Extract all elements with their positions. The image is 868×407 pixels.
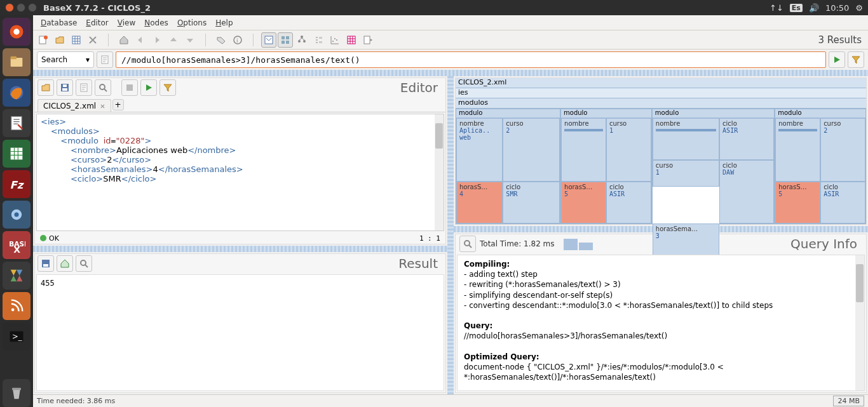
launcher-files[interactable] <box>3 48 31 76</box>
qinfo-scrollbar[interactable] <box>855 255 864 390</box>
down-icon[interactable] <box>182 32 198 48</box>
qinfo-line: - rewriting (*:horasSemanales/text() > 3… <box>464 280 621 289</box>
basex-app: Database Editor View Nodes Options Help … <box>33 15 868 407</box>
status-memory[interactable]: 24 MB <box>833 396 864 406</box>
launcher-app-mosaic[interactable] <box>3 262 31 290</box>
launcher-firefox[interactable] <box>3 79 31 107</box>
close-button[interactable] <box>5 3 14 12</box>
view-editor-icon[interactable] <box>261 32 276 48</box>
map-label: curso <box>506 120 557 127</box>
qinfo-search-icon[interactable] <box>459 236 476 252</box>
add-tab-button[interactable]: + <box>112 99 124 110</box>
maximize-button[interactable] <box>28 3 37 12</box>
result-save-icon[interactable] <box>37 255 54 272</box>
menu-help[interactable]: Help <box>212 17 236 29</box>
svg-rect-22 <box>281 36 285 39</box>
editor-open-icon[interactable] <box>37 79 54 96</box>
svg-point-1 <box>13 29 19 34</box>
map-modulo-3[interactable]: modulo nombre cicloASIR curso1 cicloDAW … <box>652 109 775 224</box>
launcher-text-editor[interactable] <box>3 109 31 137</box>
view-map-icon[interactable] <box>278 32 293 48</box>
launcher-filezilla[interactable]: Fz <box>3 170 31 198</box>
map-panel[interactable]: CICLOS_2.xml ies modulos modulo nombreAp… <box>455 77 867 225</box>
svg-rect-34 <box>348 36 355 44</box>
menu-options[interactable]: Options <box>173 17 210 29</box>
forward-icon[interactable] <box>149 32 165 48</box>
editor-lines-icon[interactable] <box>76 79 92 96</box>
run-query-button[interactable] <box>829 51 845 68</box>
minimize-button[interactable] <box>17 3 25 12</box>
open-db-icon[interactable] <box>52 32 67 48</box>
view-plot-icon[interactable] <box>327 32 342 48</box>
keyboard-indicator[interactable]: Es <box>790 4 803 12</box>
menu-view[interactable]: View <box>114 17 139 29</box>
map-label: curso <box>824 120 862 127</box>
map-value: ASIR <box>824 190 839 197</box>
editor-save-icon[interactable] <box>57 79 73 96</box>
view-explorer-icon[interactable] <box>360 32 376 48</box>
launcher-trash[interactable] <box>3 379 31 407</box>
menu-editor[interactable]: Editor <box>82 17 112 29</box>
editor-scrollbar[interactable] <box>435 114 444 230</box>
v-splitter[interactable] <box>447 76 454 394</box>
editor-tab[interactable]: CICLOS_2.xml ✕ <box>37 99 111 112</box>
map-modulo-2[interactable]: modulo nombre curso1 horasS…5 cicloASIR <box>560 109 652 224</box>
editor-title: Editor <box>400 80 443 95</box>
map-label: ciclo <box>722 162 771 169</box>
map-cell-header: modulo <box>653 109 774 118</box>
editor-search-icon[interactable] <box>95 79 111 96</box>
launcher-dash[interactable] <box>3 18 31 46</box>
editor-stop-icon[interactable] <box>121 79 138 96</box>
query-input[interactable] <box>116 51 826 68</box>
launcher-rss[interactable] <box>3 292 31 320</box>
svg-rect-25 <box>286 41 289 44</box>
network-icon[interactable]: ↑↓ <box>770 3 783 13</box>
qinfo-query-header: Query: <box>464 321 492 330</box>
view-table-icon[interactable] <box>344 32 359 48</box>
svg-point-41 <box>100 84 105 90</box>
menu-nodes[interactable]: Nodes <box>140 17 172 29</box>
map-modulo-1[interactable]: modulo nombreAplica.. web curso2 horasS…… <box>456 109 560 224</box>
editor-toolbar: Editor <box>35 78 445 97</box>
clock[interactable]: 10:50 <box>825 3 849 13</box>
svg-rect-15 <box>12 388 21 390</box>
volume-icon[interactable]: 🔊 <box>809 3 819 13</box>
up-icon[interactable] <box>166 32 181 48</box>
back-icon[interactable] <box>133 32 148 48</box>
qinfo-body[interactable]: Compiling: - adding text() step - rewrit… <box>457 255 865 391</box>
result-output[interactable]: 455 <box>36 274 444 391</box>
h-splitter-top[interactable] <box>33 70 868 76</box>
launcher-app-blue[interactable] <box>3 201 31 229</box>
result-home-icon[interactable] <box>57 255 73 272</box>
view-folder-icon[interactable] <box>311 32 326 48</box>
delete-icon[interactable] <box>85 32 100 48</box>
editor-textarea[interactable]: <ies> <modulos> <modulo id="0228"> <nomb… <box>36 114 444 231</box>
new-db-icon[interactable] <box>36 32 51 48</box>
menu-database[interactable]: Database <box>37 17 81 29</box>
editor-filter-icon[interactable] <box>159 79 176 96</box>
map-label: ciclo <box>722 120 771 127</box>
svg-rect-42 <box>126 84 133 91</box>
qinfo-line: - simplifying descendant-or-self step(s) <box>464 291 613 300</box>
map-modulo-4[interactable]: modulo nombre curso2 horasS…5 cicloASIR <box>775 109 866 224</box>
settings-gear-icon[interactable]: ⚙ <box>855 3 863 13</box>
result-search-icon[interactable] <box>76 255 92 272</box>
search-mode-dropdown[interactable]: Search ▾ <box>37 51 94 68</box>
home-icon[interactable] <box>116 32 132 48</box>
map-label: ciclo <box>506 183 557 190</box>
editor-run-icon[interactable] <box>140 79 157 96</box>
launcher-terminal[interactable]: >_ <box>3 323 31 350</box>
map-cell-header: modulo <box>775 109 865 118</box>
filter-icon[interactable] <box>848 51 864 68</box>
grid-icon[interactable] <box>69 32 84 48</box>
launcher-spreadsheet[interactable] <box>3 140 31 168</box>
info-icon[interactable]: i <box>230 32 245 48</box>
close-icon[interactable]: ✕ <box>100 103 105 110</box>
launcher-basex[interactable]: BASEX <box>3 231 31 259</box>
map-label: horasS… <box>564 183 603 190</box>
map-value: Aplica.. web <box>459 127 490 141</box>
history-icon[interactable] <box>97 51 113 68</box>
tag-icon[interactable] <box>214 32 229 48</box>
view-tree-icon[interactable] <box>294 32 309 48</box>
h-splitter-left[interactable] <box>33 246 447 252</box>
